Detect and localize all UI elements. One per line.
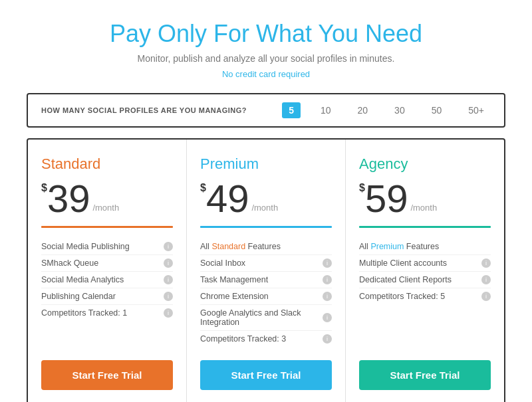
premium-divider [200, 226, 332, 228]
premium-features-link: Premium [370, 242, 404, 251]
standard-plan-name: Standard [41, 155, 173, 173]
standard-plan-price: $ 39 /month [41, 179, 173, 218]
agency-plan-price: $ 59 /month [359, 179, 491, 218]
list-item: Competitors Tracked: 1 i [41, 305, 173, 321]
info-icon[interactable]: i [164, 275, 173, 284]
info-icon[interactable]: i [164, 292, 173, 301]
premium-plan-price: $ 49 /month [200, 179, 332, 218]
profile-option-20[interactable]: 20 [351, 102, 375, 118]
premium-plan-name: Premium [200, 155, 332, 173]
agency-dollar-sign: $ [359, 182, 365, 194]
page-subtitle: Monitor, publish and analyze all your so… [27, 53, 505, 64]
standard-cta-button[interactable]: Start Free Trial [41, 360, 173, 390]
agency-price-period: /month [410, 203, 437, 213]
standard-price-period: /month [92, 203, 119, 213]
plan-standard: Standard $ 39 /month Social Media Publis… [28, 140, 187, 402]
list-item: Competitors Tracked: 3 i [200, 331, 332, 347]
page-title: Pay Only For What You Need [27, 20, 505, 48]
profile-option-50plus[interactable]: 50+ [462, 102, 491, 118]
premium-dollar-sign: $ [200, 182, 206, 194]
list-item: Google Analytics and Slack Integration i [200, 305, 332, 331]
list-item: Multiple Client accounts i [359, 255, 491, 272]
standard-dollar-sign: $ [41, 182, 47, 194]
list-item: SMhack Queue i [41, 255, 173, 272]
list-item: All Premium Features [359, 239, 491, 255]
info-icon[interactable]: i [323, 292, 332, 301]
list-item: Social Inbox i [200, 255, 332, 272]
list-item: Task Management i [200, 272, 332, 288]
info-icon[interactable]: i [323, 313, 332, 322]
premium-cta-button[interactable]: Start Free Trial [200, 360, 332, 390]
info-icon[interactable]: i [323, 258, 332, 268]
info-icon[interactable]: i [164, 242, 173, 251]
info-icon[interactable]: i [323, 334, 332, 344]
agency-features: All Premium Features Multiple Client acc… [359, 239, 491, 347]
standard-price-amount: 39 [47, 179, 90, 218]
info-icon[interactable]: i [481, 292, 491, 301]
list-item: Social Media Analytics i [41, 272, 173, 288]
agency-divider [359, 226, 491, 228]
premium-price-period: /month [251, 203, 278, 213]
profiles-bar: HOW MANY SOCIAL PROFILES ARE YOU MANAGIN… [27, 93, 505, 128]
plan-premium: Premium $ 49 /month All Standard Feature… [187, 140, 346, 402]
premium-price-amount: 49 [206, 179, 249, 218]
plan-agency: Agency $ 59 /month All Premium Features … [346, 140, 504, 402]
list-item: All Standard Features [200, 239, 332, 255]
agency-plan-name: Agency [359, 155, 491, 173]
list-item: Chrome Extension i [200, 288, 332, 305]
profile-option-5[interactable]: 5 [282, 102, 301, 118]
info-icon[interactable]: i [323, 275, 332, 284]
profile-option-50[interactable]: 50 [425, 102, 449, 118]
profiles-options: 5 10 20 30 50 50+ [282, 102, 491, 118]
list-item: Competitors Tracked: 5 i [359, 288, 491, 304]
plans-container: Standard $ 39 /month Social Media Publis… [27, 138, 505, 402]
premium-features: All Standard Features Social Inbox i Tas… [200, 239, 332, 347]
page-header: Pay Only For What You Need Monitor, publ… [27, 20, 505, 80]
agency-cta-button[interactable]: Start Free Trial [359, 360, 491, 390]
profile-option-10[interactable]: 10 [314, 102, 338, 118]
standard-divider [41, 226, 173, 228]
info-icon[interactable]: i [481, 275, 491, 284]
list-item: Publishing Calendar i [41, 288, 173, 305]
list-item: Dedicated Client Reports i [359, 272, 491, 288]
no-cc-link[interactable]: No credit card required [222, 69, 310, 79]
list-item: Social Media Publishing i [41, 239, 173, 255]
info-icon[interactable]: i [164, 258, 173, 268]
profiles-bar-label: HOW MANY SOCIAL PROFILES ARE YOU MANAGIN… [41, 106, 282, 114]
agency-price-amount: 59 [365, 179, 408, 218]
profile-option-30[interactable]: 30 [388, 102, 412, 118]
standard-features-link: Standard [211, 242, 245, 251]
info-icon[interactable]: i [481, 258, 491, 268]
standard-features: Social Media Publishing i SMhack Queue i… [41, 239, 173, 347]
info-icon[interactable]: i [164, 308, 173, 318]
